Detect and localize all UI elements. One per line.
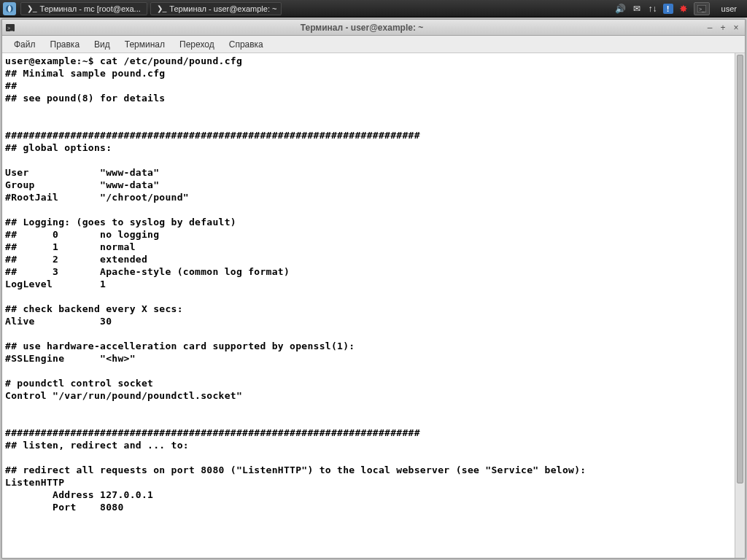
vertical-scrollbar[interactable]	[735, 53, 745, 558]
minimize-button[interactable]: –	[705, 23, 714, 33]
taskbar-item-label: Терминал - mc [root@exa...	[40, 4, 141, 13]
svg-text:>_: >_	[7, 26, 13, 31]
menu-view[interactable]: Вид	[87, 37, 117, 52]
terminal-content[interactable]: user@example:~$ cat /etc/pound/pound.cfg…	[2, 53, 735, 558]
desktop-panel: ❯_ Терминал - mc [root@exa... ❯_ Термина…	[0, 0, 747, 18]
window-buttons: – + ×	[705, 23, 745, 33]
window-title: Терминал - user@example: ~	[18, 23, 705, 33]
window-titlebar[interactable]: >_ Терминал - user@example: ~ – + ×	[2, 20, 745, 36]
close-button[interactable]: ×	[732, 23, 740, 33]
terminal-icon: ❯_	[157, 4, 167, 12]
maximize-button[interactable]: +	[719, 23, 727, 33]
info-icon[interactable]: !	[663, 4, 673, 14]
menu-file[interactable]: Файл	[7, 37, 43, 52]
start-menu-icon[interactable]	[3, 2, 16, 15]
user-label[interactable]: user	[714, 4, 744, 13]
menu-go[interactable]: Переход	[172, 37, 222, 52]
tray-app-icon[interactable]: >_	[694, 2, 710, 15]
mail-icon[interactable]: ✉	[631, 3, 643, 15]
terminal-area: user@example:~$ cat /etc/pound/pound.cfg…	[2, 53, 745, 558]
menu-edit[interactable]: Правка	[43, 37, 88, 52]
menu-help[interactable]: Справка	[222, 37, 271, 52]
terminal-icon: ❯_	[27, 4, 37, 12]
alert-icon[interactable]: ✸	[678, 3, 689, 15]
menu-bar: Файл Правка Вид Терминал Переход Справка	[2, 36, 745, 53]
system-tray: 🔊 ✉ ↑↓ ! ✸ >_ user	[615, 2, 744, 15]
taskbar-item-terminal-user[interactable]: ❯_ Терминал - user@example: ~	[150, 2, 282, 15]
terminal-window: >_ Терминал - user@example: ~ – + × Файл…	[1, 19, 746, 559]
window-app-icon: >_	[5, 23, 15, 33]
updown-icon[interactable]: ↑↓	[647, 3, 659, 15]
taskbar-item-terminal-root[interactable]: ❯_ Терминал - mc [root@exa...	[20, 2, 147, 15]
volume-icon[interactable]: 🔊	[615, 3, 627, 15]
taskbar-item-label: Терминал - user@example: ~	[169, 4, 276, 13]
menu-terminal[interactable]: Терминал	[117, 37, 172, 52]
scrollbar-thumb[interactable]	[737, 55, 743, 483]
svg-text:>_: >_	[699, 7, 705, 12]
